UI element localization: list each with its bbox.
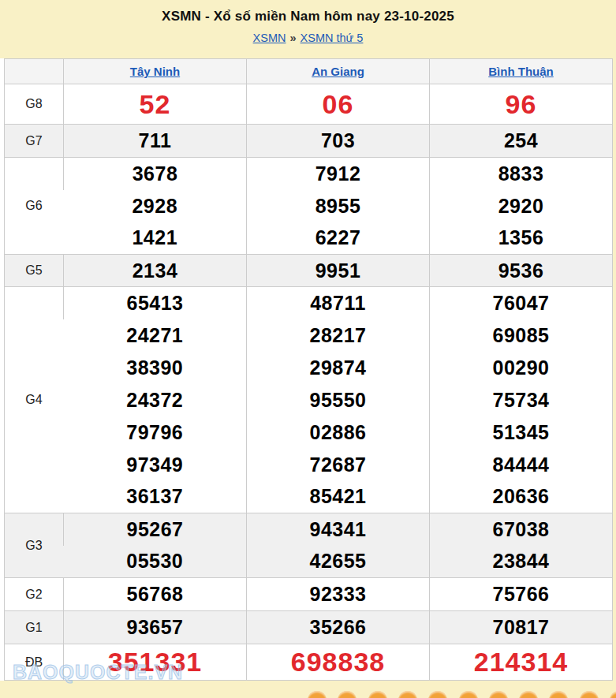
result-number: 69085: [430, 319, 613, 352]
result-number: 3678: [64, 158, 247, 190]
result-number: 02886: [247, 416, 430, 449]
result-number: 95267: [64, 513, 247, 546]
result-number: 70817: [430, 611, 613, 644]
result-number: 76047: [430, 287, 613, 319]
lottery-ball-icon: [368, 691, 387, 698]
row-g4: 79796 02886 51345: [5, 416, 613, 449]
prize-label-g2: G2: [5, 578, 64, 611]
province-link-an-giang[interactable]: An Giang: [312, 65, 364, 78]
row-g4: 24372 95550 75734: [5, 384, 613, 416]
result-number: 23844: [430, 546, 613, 578]
result-number: 711: [64, 125, 247, 158]
province-link-binh-thuan[interactable]: Bình Thuận: [488, 65, 554, 78]
result-number: 48711: [247, 287, 430, 319]
result-number: 05530: [64, 546, 247, 578]
result-number: 79796: [64, 416, 247, 449]
result-number: 97349: [64, 449, 247, 481]
prize-label-g3: G3: [5, 513, 64, 578]
result-number: 84444: [430, 449, 613, 481]
column-header-an-giang: An Giang: [247, 59, 430, 84]
result-number: 1356: [430, 222, 613, 255]
lottery-ball-icon: [489, 691, 508, 698]
result-number: 65413: [64, 287, 247, 319]
breadcrumb-separator: »: [290, 32, 297, 44]
row-g1: G1 93657 35266 70817: [5, 611, 613, 644]
lottery-ball-icon: [428, 691, 447, 698]
result-number: 703: [247, 125, 430, 158]
result-number: 35266: [247, 611, 430, 644]
lottery-ball-icon: [398, 691, 417, 698]
breadcrumb-link-xsmn[interactable]: XSMN: [253, 32, 286, 44]
result-number: 20636: [430, 481, 613, 513]
result-number: 56768: [64, 578, 247, 611]
result-number: 67038: [430, 513, 613, 546]
lottery-ball-icon: [308, 691, 327, 698]
result-number: 42655: [247, 546, 430, 578]
result-number: 75766: [430, 578, 613, 611]
result-number: 6227: [247, 222, 430, 255]
result-number: 1421: [64, 222, 247, 255]
row-g2: G2 56768 92333 75766: [5, 578, 613, 611]
province-link-tay-ninh[interactable]: Tây Ninh: [130, 65, 180, 78]
result-number: 36137: [64, 481, 247, 513]
result-number: 8833: [430, 158, 613, 190]
result-number: 29874: [247, 352, 430, 384]
lottery-ball-icon: [580, 691, 599, 698]
result-number: 214314: [430, 644, 613, 681]
lottery-balls-strip: [0, 688, 616, 698]
result-number: 24271: [64, 319, 247, 352]
result-number: 00290: [430, 352, 613, 384]
result-number: 52: [64, 84, 247, 125]
prize-label-g1: G1: [5, 611, 64, 644]
result-number: 698838: [247, 644, 430, 681]
corner-cell: [5, 59, 64, 84]
result-number: 92333: [247, 578, 430, 611]
result-number: 94341: [247, 513, 430, 546]
column-header-binh-thuan: Bình Thuận: [430, 59, 613, 84]
result-number: 85421: [247, 481, 430, 513]
result-number: 2134: [64, 255, 247, 287]
row-g4: 36137 85421 20636: [5, 481, 613, 513]
result-number: 9951: [247, 255, 430, 287]
row-g3: G3 95267 94341 67038: [5, 513, 613, 546]
row-g8: G8 52 06 96: [5, 84, 613, 125]
row-g6: 2928 8955 2920: [5, 190, 613, 222]
lottery-ball-icon: [549, 691, 568, 698]
prize-label-db: ĐB: [5, 644, 64, 681]
result-number: 06: [247, 84, 430, 125]
result-number: 28217: [247, 319, 430, 352]
result-number: 93657: [64, 611, 247, 644]
row-g4: G4 65413 48711 76047: [5, 287, 613, 319]
prize-label-g6: G6: [5, 158, 64, 255]
result-number: 9536: [430, 255, 613, 287]
breadcrumb-link-xsmn-thu-5[interactable]: XSMN thứ 5: [301, 32, 364, 44]
row-g6: 1421 6227 1356: [5, 222, 613, 255]
row-g6: G6 3678 7912 8833: [5, 158, 613, 190]
page-title: XSMN - Xổ số miền Nam hôm nay 23-10-2025: [0, 9, 616, 24]
result-number: 24372: [64, 384, 247, 416]
result-number: 8955: [247, 190, 430, 222]
row-db: ĐB 351331 698838 214314: [5, 644, 613, 681]
row-g4: 97349 72687 84444: [5, 449, 613, 481]
row-g4: 24271 28217 69085: [5, 319, 613, 352]
result-number: 7912: [247, 158, 430, 190]
result-number: 96: [430, 84, 613, 125]
prize-label-g4: G4: [5, 287, 64, 513]
prize-label-g8: G8: [5, 84, 64, 125]
row-g4: 38390 29874 00290: [5, 352, 613, 384]
result-number: 72687: [247, 449, 430, 481]
prize-label-g7: G7: [5, 125, 64, 158]
result-number: 254: [430, 125, 613, 158]
table-header-row: Tây Ninh An Giang Bình Thuận: [5, 59, 613, 84]
result-number: 351331: [64, 644, 247, 681]
breadcrumb: XSMN»XSMN thứ 5: [0, 32, 616, 44]
row-g3: 05530 42655 23844: [5, 546, 613, 578]
row-g5: G5 2134 9951 9536: [5, 255, 613, 287]
row-g7: G7 711 703 254: [5, 125, 613, 158]
lottery-ball-icon: [338, 691, 357, 698]
column-header-tay-ninh: Tây Ninh: [64, 59, 247, 84]
result-number: 75734: [430, 384, 613, 416]
result-number: 95550: [247, 384, 430, 416]
lottery-ball-icon: [459, 691, 478, 698]
lottery-ball-icon: [519, 691, 538, 698]
